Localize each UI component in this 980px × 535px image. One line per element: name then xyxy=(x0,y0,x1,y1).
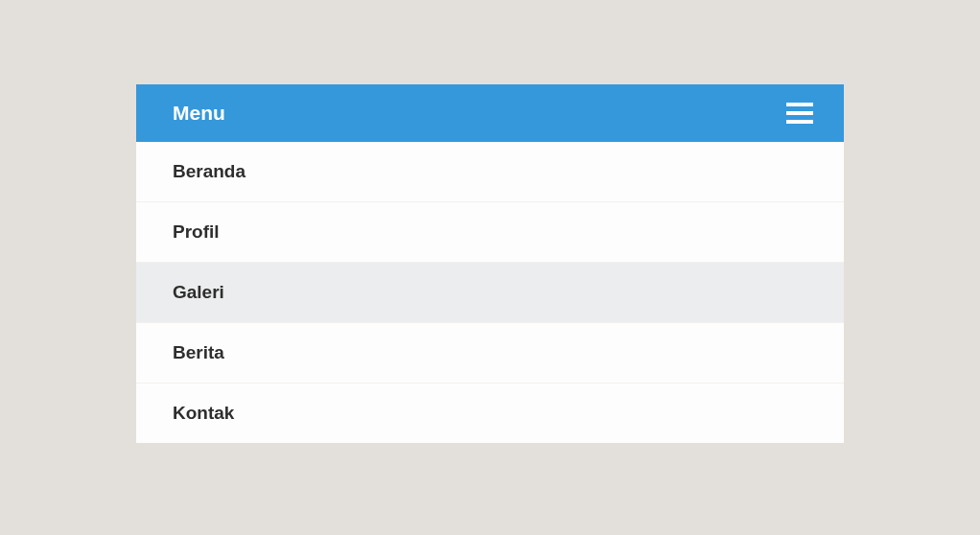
menu-item-profil[interactable]: Profil xyxy=(136,202,844,263)
hamburger-icon[interactable] xyxy=(786,103,813,124)
menu-item-kontak[interactable]: Kontak xyxy=(136,384,844,443)
menu-container: Menu Beranda Profil Galeri Berita Kontak xyxy=(136,84,844,443)
menu-header: Menu xyxy=(136,84,844,142)
menu-item-berita[interactable]: Berita xyxy=(136,323,844,384)
menu-list: Beranda Profil Galeri Berita Kontak xyxy=(136,142,844,443)
menu-title: Menu xyxy=(173,102,225,125)
menu-item-galeri[interactable]: Galeri xyxy=(136,263,844,323)
menu-item-beranda[interactable]: Beranda xyxy=(136,142,844,202)
